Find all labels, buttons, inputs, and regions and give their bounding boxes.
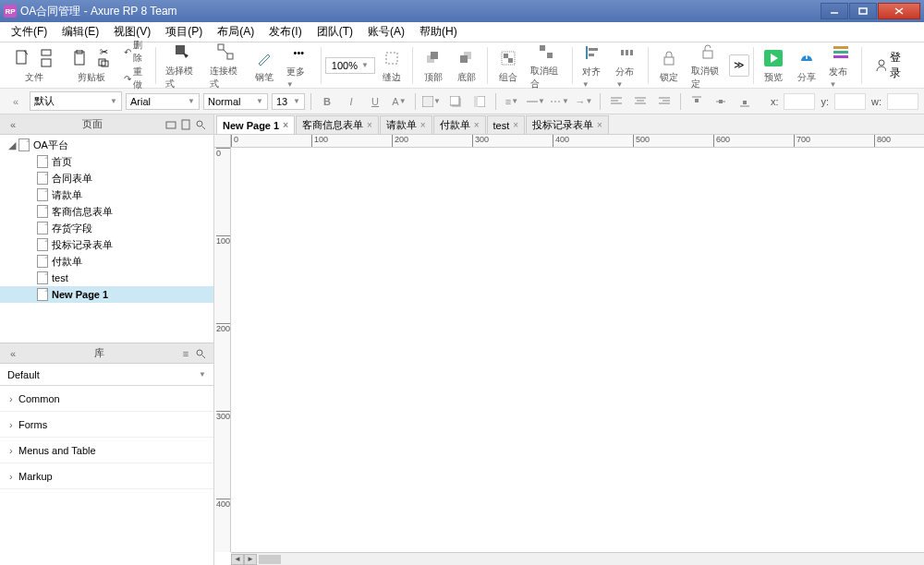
style-select[interactable]: 默认▼ — [30, 91, 122, 111]
tree-item[interactable]: 存货字段 — [0, 220, 213, 236]
send-back-icon[interactable] — [456, 47, 478, 69]
connect-mode-group[interactable]: 连接模式 — [204, 39, 248, 92]
document-tab[interactable]: New Page 1× — [216, 115, 295, 134]
align-left-button[interactable] — [606, 92, 626, 111]
pen-icon[interactable] — [253, 47, 275, 69]
select-mode-group[interactable]: 选择模式 — [160, 39, 203, 92]
tree-item[interactable]: 请款单 — [0, 186, 213, 203]
italic-button[interactable]: I — [341, 92, 361, 111]
tree-item[interactable]: 首页 — [0, 153, 213, 170]
tree-root[interactable]: ◢ OA平台 — [0, 137, 213, 153]
arrow-style-button[interactable]: →▼ — [574, 92, 594, 111]
tab-close-icon[interactable]: × — [597, 120, 602, 130]
add-page-icon[interactable] — [178, 117, 193, 132]
collapse-formatbar-icon[interactable]: « — [6, 92, 26, 111]
inner-shadow-button[interactable] — [469, 92, 490, 111]
scroll-left-button[interactable]: ◄ — [231, 554, 244, 565]
distribute-group[interactable]: 分布▼ — [610, 40, 644, 90]
search-lib-icon[interactable] — [193, 346, 208, 361]
menu-publish[interactable]: 发布(I) — [261, 22, 309, 42]
library-selector[interactable]: Default ▼ — [0, 364, 213, 386]
menu-help[interactable]: 帮助(H) — [412, 22, 465, 42]
paste-icon[interactable] — [68, 47, 91, 69]
library-category[interactable]: ›Markup — [0, 463, 213, 489]
align-group[interactable]: 对齐▼ — [577, 40, 611, 90]
lock-group[interactable]: 锁定 — [652, 45, 686, 86]
pen-group[interactable]: 钢笔 — [248, 45, 281, 86]
tab-close-icon[interactable]: × — [367, 120, 372, 130]
font-weight-select[interactable]: Normal▼ — [203, 93, 268, 110]
align-center-button[interactable] — [630, 92, 650, 111]
unlock-icon[interactable] — [697, 41, 719, 63]
library-category[interactable]: ›Common — [0, 386, 213, 412]
align-icon[interactable] — [582, 42, 604, 64]
copy-icon[interactable] — [92, 58, 115, 68]
y-input[interactable] — [834, 93, 866, 110]
tree-item[interactable]: New Page 1 — [0, 286, 213, 303]
tree-item[interactable]: 付款单 — [0, 253, 213, 270]
preview-group[interactable]: 预览 — [757, 45, 790, 86]
font-select[interactable]: Arial▼ — [126, 93, 200, 110]
publish-icon[interactable] — [830, 42, 852, 64]
tab-close-icon[interactable]: × — [420, 120, 426, 130]
group-icon[interactable] — [497, 47, 519, 69]
tree-toggle-icon[interactable]: ◢ — [7, 139, 17, 151]
bold-button[interactable]: B — [317, 92, 337, 111]
tab-close-icon[interactable]: × — [474, 120, 480, 130]
library-category[interactable]: ›Forms — [0, 412, 213, 438]
more-group[interactable]: ••• 更多 ▼ — [281, 40, 317, 90]
share-group[interactable]: 分享 — [790, 45, 823, 86]
library-category[interactable]: ›Menus and Table — [0, 438, 213, 463]
scroll-thumb[interactable] — [259, 555, 281, 564]
menu-file[interactable]: 文件(F) — [4, 22, 55, 42]
font-size-select[interactable]: 13▼ — [272, 93, 305, 110]
unlock-group[interactable]: 取消锁定 — [686, 39, 729, 92]
line-style-button[interactable]: ▼ — [550, 92, 570, 111]
outer-shadow-button[interactable] — [445, 92, 466, 111]
document-tab[interactable]: 请款单× — [380, 115, 432, 134]
tree-item[interactable]: 客商信息表单 — [0, 203, 213, 220]
zoom-select[interactable]: 100% ▼ — [325, 57, 375, 74]
menu-account[interactable]: 账号(A) — [360, 22, 412, 42]
expand-toolbar-button[interactable]: ≫ — [729, 54, 748, 77]
lib-menu-icon[interactable]: ≡ — [178, 346, 193, 361]
cut-icon[interactable]: ✂ — [92, 47, 115, 57]
valign-middle-button[interactable] — [711, 92, 731, 111]
lock-icon[interactable] — [658, 47, 680, 69]
line-color-button[interactable]: ▼ — [526, 92, 546, 111]
connect-mode-icon[interactable] — [214, 41, 237, 63]
top-group[interactable]: 顶部 — [417, 45, 450, 86]
tree-item[interactable]: 投标记录表单 — [0, 236, 213, 253]
edge-group[interactable]: 缝边 — [375, 45, 408, 86]
document-tab[interactable]: test× — [487, 115, 526, 134]
canvas[interactable] — [231, 148, 924, 552]
maximize-button[interactable] — [849, 3, 877, 19]
collapse-lib-icon[interactable]: « — [6, 346, 20, 361]
group-group[interactable]: 组合 — [492, 45, 525, 86]
ungroup-icon[interactable] — [535, 41, 557, 63]
menu-team[interactable]: 团队(T) — [310, 22, 360, 42]
preview-icon[interactable] — [762, 47, 784, 69]
underline-button[interactable]: U — [365, 92, 385, 111]
close-button[interactable] — [878, 3, 920, 19]
new-file-icon[interactable] — [11, 47, 33, 69]
horizontal-scrollbar[interactable]: ◄ ► — [231, 552, 924, 565]
redo-button[interactable]: ↷ 重做 — [124, 66, 148, 91]
add-folder-icon[interactable] — [164, 117, 178, 132]
publish-group[interactable]: 发布▼ — [823, 40, 857, 90]
edge-icon[interactable] — [381, 47, 403, 69]
bring-front-icon[interactable] — [422, 47, 444, 69]
x-input[interactable] — [784, 93, 815, 110]
scroll-right-button[interactable]: ► — [244, 554, 257, 565]
collapse-pages-icon[interactable]: « — [6, 117, 20, 132]
tab-close-icon[interactable]: × — [283, 120, 288, 130]
w-input[interactable] — [887, 93, 918, 110]
login-button[interactable]: 登录 — [866, 46, 918, 85]
select-mode-icon[interactable] — [171, 41, 193, 63]
fill-color-button[interactable]: ▼ — [421, 92, 442, 111]
tree-item[interactable]: 合同表单 — [0, 170, 213, 186]
distribute-icon[interactable] — [616, 42, 638, 64]
minimize-button[interactable] — [821, 3, 848, 19]
align-right-button[interactable] — [654, 92, 675, 111]
save-icon[interactable] — [35, 58, 57, 68]
